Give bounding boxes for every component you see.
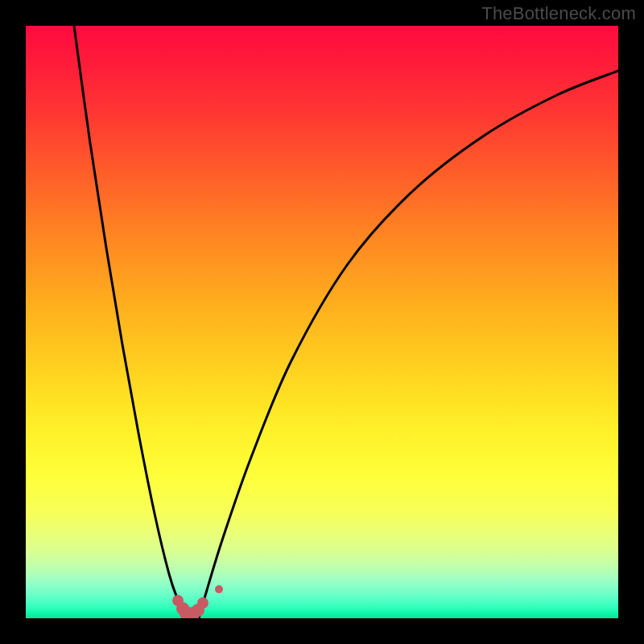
side-dot [215, 585, 223, 593]
dip-markers [172, 585, 223, 618]
watermark-text: TheBottleneck.com [481, 3, 636, 24]
chart-frame: TheBottleneck.com [0, 0, 644, 644]
right-curve [199, 71, 618, 618]
curves-layer [26, 26, 618, 618]
left-curve [74, 26, 187, 618]
plot-area [26, 26, 618, 618]
dip-dot-6 [197, 597, 208, 609]
